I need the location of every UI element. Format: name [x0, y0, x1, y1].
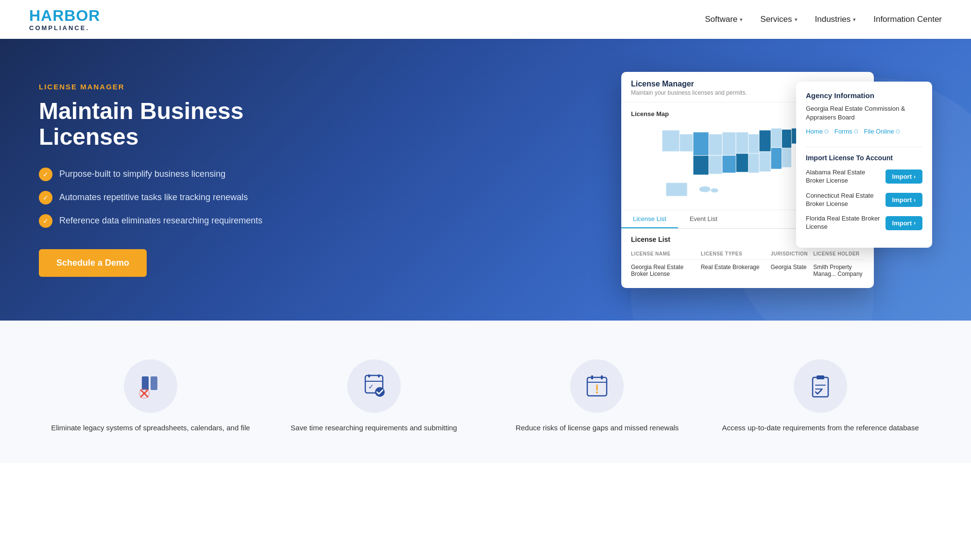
svg-rect-52 [817, 375, 824, 379]
import-button-connecticut[interactable]: Import › [886, 193, 922, 207]
schedule-demo-button[interactable]: Schedule a Demo [39, 249, 147, 277]
check-icon: ✓ [39, 214, 52, 228]
svg-point-30 [699, 186, 711, 192]
chevron-down-icon: ▾ [740, 17, 743, 23]
feature-card-4: Access up-to-date requirements from the … [718, 359, 922, 434]
import-item-alabama: Alabama Real Estate Broker License Impor… [806, 169, 922, 185]
svg-rect-51 [813, 377, 828, 397]
svg-rect-28 [722, 155, 736, 173]
svg-rect-29 [666, 183, 687, 196]
import-name-florida: Florida Real Estate Broker License [806, 215, 881, 231]
row-type: Real Estate Brokerage [701, 264, 769, 277]
arrow-icon: › [914, 220, 916, 226]
agency-links: Home ⬡ Forms ⬡ File Online ⬡ [806, 128, 922, 135]
feature-text-3: Reference data eliminates researching re… [59, 216, 262, 226]
feature-icon-circle-4 [794, 359, 847, 413]
svg-rect-5 [736, 132, 749, 153]
logo-bottom: COMPLIANCE. [29, 24, 100, 32]
agency-title: Agency Information [806, 91, 922, 100]
col-header-name: LICENSE NAME [631, 251, 699, 256]
feature-text-4: Access up-to-date requirements from the … [722, 423, 919, 434]
feature-text-2: Automates repetitive tasks like tracking… [59, 192, 248, 203]
feature-list: ✓ Purpose-built to simplify business lic… [39, 168, 291, 228]
archive-x-icon [138, 373, 163, 399]
hero-right: License Manager Maintain your business l… [291, 72, 932, 288]
svg-rect-20 [709, 155, 722, 174]
tab-license-list[interactable]: License List [621, 210, 678, 228]
import-name-connecticut: Connecticut Real Estate Broker License [806, 192, 881, 208]
feature-icon-circle-2: ✓ [347, 359, 401, 413]
feature-text-3: Reduce risks of license gaps and missed … [515, 423, 679, 434]
row-name: Georgia Real Estate Broker License [631, 264, 699, 277]
svg-rect-40 [368, 374, 370, 377]
svg-rect-18 [782, 148, 791, 167]
calendar-alert-icon [584, 373, 610, 399]
agency-name: Georgia Real Estate Commission & Apprais… [806, 104, 922, 122]
table-row: Georgia Real Estate Broker License Real … [631, 260, 864, 281]
external-link-icon: ⬡ [896, 129, 900, 134]
import-button-florida[interactable]: Import › [886, 216, 922, 230]
nav-services[interactable]: Services ▾ [760, 15, 797, 24]
svg-rect-22 [782, 129, 791, 148]
svg-rect-46 [591, 375, 593, 379]
nav-software[interactable]: Software ▾ [705, 15, 743, 24]
row-holder: Smith Property Manag... Company [813, 264, 864, 277]
import-button-alabama[interactable]: Import › [886, 170, 922, 184]
import-item-connecticut: Connecticut Real Estate Broker License I… [806, 192, 922, 208]
table-header: LICENSE NAME LICENSE TYPES JURISDICTION … [631, 248, 864, 260]
check-icon: ✓ [39, 168, 52, 181]
svg-point-31 [711, 188, 718, 193]
feature-card-2: ✓ Save time researching requirements and… [272, 359, 476, 434]
clock-check-icon: ✓ [361, 373, 387, 399]
svg-rect-27 [771, 148, 782, 169]
agency-link-file-online[interactable]: File Online ⬡ [864, 128, 900, 135]
agency-link-home[interactable]: Home ⬡ [806, 128, 829, 135]
svg-rect-16 [759, 152, 771, 172]
import-section-title: Import License To Account [806, 147, 922, 162]
arrow-icon: › [914, 173, 916, 180]
clipboard-check-icon [808, 373, 833, 399]
header: HARBOR COMPLIANCE. Software ▾ Services ▾… [0, 0, 971, 39]
list-item: ✓ Reference data eliminates researching … [39, 214, 291, 228]
svg-rect-8 [771, 128, 782, 148]
nav: Software ▾ Services ▾ Industries ▾ Infor… [705, 15, 942, 24]
feature-text-1: Eliminate legacy systems of spreadsheets… [51, 423, 250, 434]
list-item: ✓ Automates repetitive tasks like tracki… [39, 191, 291, 204]
feature-icon-circle-1 [124, 359, 177, 413]
features-grid: Eliminate legacy systems of spreadsheets… [49, 359, 922, 434]
features-section: Eliminate legacy systems of spreadsheets… [0, 321, 971, 463]
list-item: ✓ Purpose-built to simplify business lic… [39, 168, 291, 181]
svg-rect-47 [601, 375, 603, 379]
col-header-types: LICENSE TYPES [701, 251, 769, 256]
svg-rect-6 [749, 134, 759, 153]
external-link-icon: ⬡ [824, 129, 829, 134]
import-item-florida: Florida Real Estate Broker License Impor… [806, 215, 922, 231]
chevron-down-icon: ▾ [853, 17, 856, 23]
chevron-down-icon: ▾ [795, 17, 798, 23]
feature-icon-circle-3 [570, 359, 624, 413]
hero-title: Maintain Business Licenses [39, 99, 291, 150]
hero-section: LICENSE MANAGER Maintain Business Licens… [0, 39, 971, 321]
svg-rect-3 [709, 134, 722, 155]
hero-left: LICENSE MANAGER Maintain Business Licens… [39, 83, 291, 277]
tab-event-list[interactable]: Event List [678, 210, 729, 228]
svg-rect-26 [693, 132, 709, 155]
logo[interactable]: HARBOR COMPLIANCE. [29, 8, 100, 32]
svg-rect-0 [662, 130, 680, 152]
logo-top: HARBOR [29, 8, 100, 23]
svg-point-50 [596, 391, 598, 393]
nav-information-center[interactable]: Information Center [873, 15, 942, 24]
import-name-alabama: Alabama Real Estate Broker License [806, 169, 881, 185]
svg-rect-32 [142, 376, 149, 390]
agency-link-forms[interactable]: Forms ⬡ [835, 128, 858, 135]
hero-tag: LICENSE MANAGER [39, 83, 291, 91]
agency-panel: Agency Information Georgia Real Estate C… [796, 82, 932, 248]
row-jurisdiction: Georgia State [770, 264, 811, 277]
svg-rect-21 [759, 130, 771, 152]
nav-industries[interactable]: Industries ▾ [815, 15, 856, 24]
svg-rect-15 [749, 153, 759, 173]
check-icon: ✓ [39, 191, 52, 204]
svg-rect-24 [693, 155, 709, 175]
col-header-holder: LICENSE HOLDER [813, 251, 864, 256]
svg-rect-33 [151, 376, 157, 390]
